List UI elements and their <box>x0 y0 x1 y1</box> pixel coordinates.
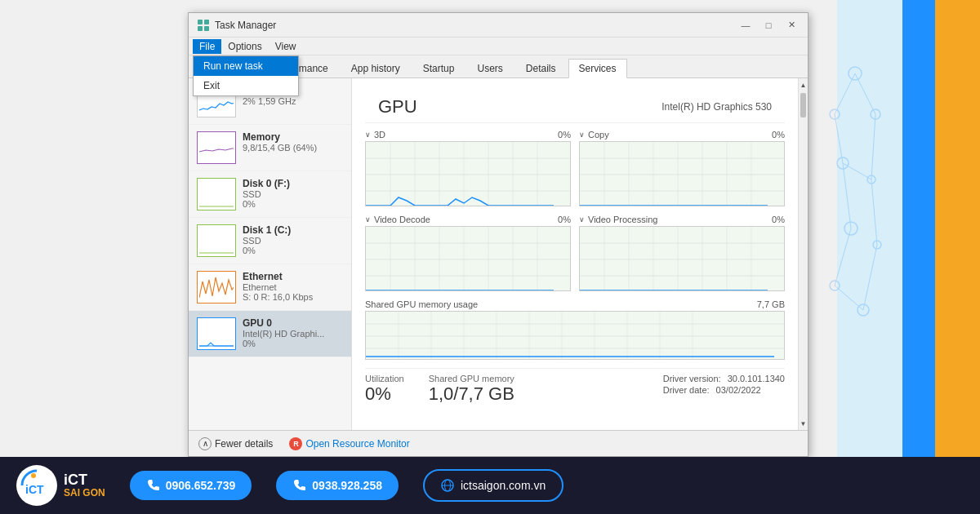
chart-copy-chevron: ∨ <box>579 131 585 139</box>
close-button[interactable]: ✕ <box>783 17 800 33</box>
logo-text-area: iCT SAI GON <box>64 472 105 498</box>
run-new-task-item[interactable]: Run new task <box>194 56 298 76</box>
sidebar: CPU 2% 1,59 GHz Memory 9,8/15,4 GB (64%) <box>189 78 352 430</box>
chart-3d-svg <box>366 142 570 206</box>
title-bar: Task Manager — □ ✕ <box>189 13 808 38</box>
scroll-area <box>799 91 808 417</box>
utilization-value: 0% <box>365 383 404 405</box>
tab-startup[interactable]: Startup <box>412 59 466 78</box>
gpu0-sub1: Intel(R) HD Graphi... <box>243 329 343 339</box>
scroll-track: ▲ ▼ <box>798 78 808 430</box>
file-dropdown-menu: Run new task Exit <box>193 55 299 96</box>
stats-row: Utilization 0% Shared GPU memory 1,0/7,7… <box>365 368 785 410</box>
gpu0-mini-chart <box>199 320 234 348</box>
chart-vd-label-row: ∨ Video Decode 0% <box>365 215 571 224</box>
sidebar-item-disk1[interactable]: Disk 1 (C:) SSD 0% <box>189 218 351 264</box>
svg-line-13 <box>843 163 871 179</box>
driver-info-block: Driver version: 30.0.101.1340 Driver dat… <box>663 374 785 405</box>
phone2-icon <box>292 479 305 492</box>
phone2-number: 0938.928.258 <box>312 479 382 492</box>
memory-sub: 9,8/15,4 GB (64%) <box>243 143 343 153</box>
open-resource-monitor-link[interactable]: R Open Resource Monitor <box>289 437 409 450</box>
shared-memory-block: Shared GPU memory usage 7,7 GB <box>365 299 785 360</box>
chart-vp-label-row: ∨ Video Processing 0% <box>579 215 785 224</box>
logo-saigon-text: SAI GON <box>64 487 105 498</box>
taskmanager-icon <box>197 19 210 32</box>
disk1-mini-chart <box>199 227 234 255</box>
shared-memory-label: Shared GPU memory usage <box>365 299 478 309</box>
gpu-header: GPU Intel(R) HD Graphics 530 <box>365 86 785 123</box>
svg-line-15 <box>871 179 877 245</box>
chart-copy-percent: 0% <box>772 130 785 140</box>
molecule-decoration <box>818 49 892 375</box>
shared-gpu-memory-value: 1,0/7,7 GB <box>429 383 514 405</box>
chart-vp-chevron: ∨ <box>579 215 585 224</box>
scroll-thumb[interactable] <box>800 93 806 117</box>
scroll-up-button[interactable]: ▲ <box>799 78 808 91</box>
tab-app-history[interactable]: App history <box>341 59 411 78</box>
shared-memory-value: 7,7 GB <box>757 299 785 309</box>
memory-thumbnail <box>197 131 236 164</box>
menu-bar: File Options View Run new task Exit <box>189 38 808 55</box>
svg-line-18 <box>835 286 863 310</box>
menu-options[interactable]: Options <box>221 39 268 54</box>
chart-vd-svg <box>366 227 570 290</box>
minimize-button[interactable]: — <box>737 17 754 33</box>
gpu0-label: GPU 0 <box>243 317 343 329</box>
scroll-down-button[interactable]: ▼ <box>799 417 808 430</box>
tm-footer: ∧ Fewer details R Open Resource Monitor <box>189 430 808 456</box>
chart-vp-svg <box>580 227 784 290</box>
svg-line-11 <box>835 114 843 163</box>
chart-video-processing: ∨ Video Processing 0% <box>579 215 785 291</box>
bottom-bar: iCT iCT SAI GON 0906.652.739 0938.928.25… <box>0 457 980 514</box>
svg-line-14 <box>843 163 851 228</box>
globe-icon <box>441 479 454 492</box>
tab-details[interactable]: Details <box>515 59 567 78</box>
tab-services[interactable]: Services <box>568 59 627 78</box>
svg-line-17 <box>863 245 877 310</box>
fewer-details-button[interactable]: ∧ Fewer details <box>198 437 273 450</box>
sidebar-item-gpu0[interactable]: GPU 0 Intel(R) HD Graphi... 0% <box>189 311 351 357</box>
gpu0-info: GPU 0 Intel(R) HD Graphi... 0% <box>243 317 343 348</box>
svg-rect-21 <box>198 26 203 31</box>
chart-3d-label-row: ∨ 3D 0% <box>365 130 571 140</box>
sidebar-item-memory[interactable]: Memory 9,8/15,4 GB (64%) <box>189 125 351 171</box>
chart-3d-area <box>365 141 571 206</box>
chart-copy-label-row: ∨ Copy 0% <box>579 130 785 140</box>
sidebar-item-disk0[interactable]: Disk 0 (F:) SSD 0% <box>189 171 351 218</box>
sidebar-item-ethernet[interactable]: Ethernet Ethernet S: 0 R: 16,0 Kbps <box>189 264 351 311</box>
menu-file[interactable]: File <box>193 39 221 54</box>
phone2-button[interactable]: 0938.928.258 <box>276 471 399 500</box>
svg-line-16 <box>835 228 851 286</box>
chart-vp-percent: 0% <box>772 215 785 224</box>
maximize-button[interactable]: □ <box>760 17 777 33</box>
memory-info: Memory 9,8/15,4 GB (64%) <box>243 131 343 153</box>
title-controls: — □ ✕ <box>737 17 800 33</box>
tab-users[interactable]: Users <box>466 59 513 78</box>
open-resource-monitor-label: Open Resource Monitor <box>305 438 409 450</box>
website-button[interactable]: ictsaigon.com.vn <box>423 469 564 502</box>
task-manager-window: Task Manager — □ ✕ File Options View Run… <box>188 12 808 457</box>
exit-item[interactable]: Exit <box>194 76 298 95</box>
chart-copy-label-left: ∨ Copy <box>579 130 609 140</box>
chart-vd-label: Video Decode <box>374 215 430 224</box>
menu-view[interactable]: View <box>269 39 303 54</box>
svg-rect-22 <box>204 26 209 31</box>
fewer-details-label: Fewer details <box>215 438 273 450</box>
driver-version-label: Driver version: <box>663 374 721 383</box>
gpu0-thumbnail <box>197 317 236 350</box>
disk1-thumbnail <box>197 224 236 257</box>
gpu-model: Intel(R) HD Graphics 530 <box>662 101 772 113</box>
chart-3d-label-left: ∨ 3D <box>365 130 385 140</box>
ethernet-label: Ethernet <box>243 271 343 282</box>
disk1-sub2: 0% <box>243 246 343 255</box>
gpu-scroll-area[interactable]: GPU Intel(R) HD Graphics 530 ∨ 3D <box>352 78 798 430</box>
window-title: Task Manager <box>215 20 276 31</box>
chart-copy: ∨ Copy 0% <box>579 130 785 206</box>
phone1-button[interactable]: 0906.652.739 <box>130 471 252 500</box>
chart-3d-label: 3D <box>374 130 385 140</box>
svg-line-9 <box>835 73 855 114</box>
ethernet-sub2: S: 0 R: 16,0 Kbps <box>243 292 343 302</box>
gpu0-sub2: 0% <box>243 339 343 348</box>
phone1-icon <box>146 479 159 492</box>
